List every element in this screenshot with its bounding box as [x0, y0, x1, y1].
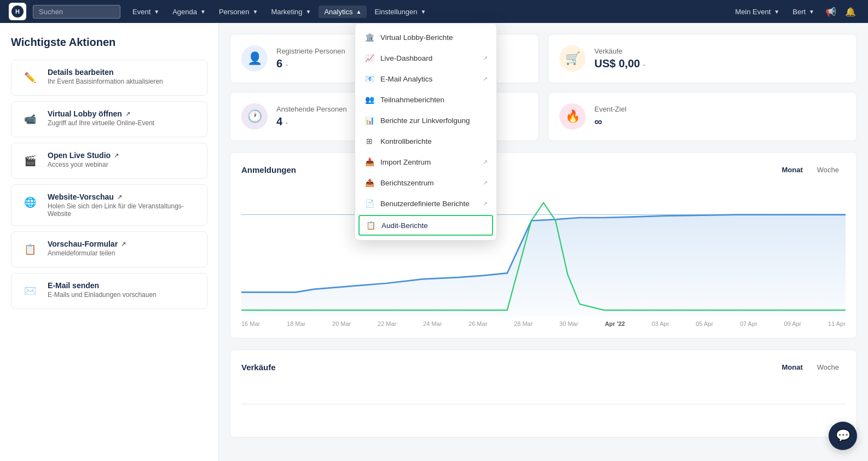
- nav-user-bert[interactable]: Bert ▼: [787, 5, 820, 18]
- x-label-apr22: Apr '22: [605, 320, 625, 327]
- dropdown-item-kontrollberichte[interactable]: ⊞ Kontrollberichte: [355, 131, 496, 151]
- action-open-live-studio[interactable]: 🎬 Open Live Studio ↗ Access your webinar: [11, 143, 207, 179]
- action-subtitle: Ihr Event Basisinformation aktualisieren: [48, 78, 163, 85]
- nav-marketing[interactable]: Marketing ▼: [265, 5, 316, 18]
- x-label-24mar: 24 Mar: [423, 320, 442, 327]
- stat-label: Verkäufe: [594, 47, 645, 55]
- people-icon: 👥: [364, 94, 375, 105]
- chat-button[interactable]: 💬: [829, 422, 857, 450]
- logo-icon: H: [11, 5, 24, 17]
- chevron-down-icon: ▼: [154, 9, 159, 15]
- dropdown-item-berichtszentrum[interactable]: 📤 Berichtszentrum ↗: [355, 172, 496, 193]
- x-axis-labels: 16 Mar 18 Mar 20 Mar 22 Mar 24 Mar 26 Ma…: [241, 316, 846, 327]
- nav-analytics[interactable]: Analytics ▲: [319, 5, 367, 18]
- notifications-bell-icon[interactable]: 🔔: [842, 3, 859, 20]
- dropdown-item-audit-berichte[interactable]: 📋 Audit-Berichte: [358, 215, 493, 236]
- stat-value: 4 -: [276, 115, 347, 128]
- globe-icon: 🌐: [20, 192, 40, 212]
- nav-event[interactable]: Event ▼: [127, 5, 165, 18]
- dropdown-item-virtual-lobby-berichte[interactable]: 🏛️ Virtual Lobby-Berichte: [355, 27, 496, 48]
- x-label-18mar: 18 Mar: [287, 320, 305, 327]
- stat-label: Event-Ziel: [594, 105, 627, 113]
- action-website-vorschau[interactable]: 🌐 Website-Vorschau ↗ Holen Sie sich den …: [11, 184, 207, 226]
- chevron-up-icon: ▲: [356, 9, 361, 15]
- x-label-22mar: 22 Mar: [378, 320, 396, 327]
- nav-mein-event[interactable]: Mein Event ▼: [730, 5, 785, 18]
- action-vorschau-formular[interactable]: 📋 Vorschau-Formular ↗ Anmeldeformular te…: [11, 231, 207, 267]
- external-link-icon: ↗: [483, 55, 488, 62]
- x-label-11apr: 11 Apr: [828, 320, 846, 327]
- nav-right-section: Mein Event ▼ Bert ▼ 📢 🔔: [730, 3, 859, 20]
- email-icon: ✉️: [20, 281, 40, 301]
- nav-agenda[interactable]: Agenda ▼: [167, 5, 211, 18]
- x-label-07apr: 07 Apr: [740, 320, 757, 327]
- notifications-megaphone-icon[interactable]: 📢: [822, 3, 840, 20]
- stat-info: Verkäufe US$ 0,00 -: [594, 47, 645, 70]
- stat-info: Anstehende Personen 4 -: [276, 105, 347, 128]
- verkaufe-toggle-woche-btn[interactable]: Woche: [811, 361, 846, 374]
- verkaufe-toggle-monat-btn[interactable]: Monat: [775, 361, 809, 374]
- external-link-icon: ↗: [121, 241, 126, 248]
- action-details-bearbeiten[interactable]: ✏️ Details bearbeiten Ihr Event Basisinf…: [11, 60, 207, 96]
- cart-icon: 🛒: [559, 45, 586, 72]
- search-input[interactable]: [33, 5, 120, 19]
- action-subtitle: Holen Sie sich den Link für die Veransta…: [48, 202, 198, 218]
- chevron-down-icon: ▼: [420, 9, 426, 15]
- top-navigation: H Event ▼ Agenda ▼ Personen ▼ Marketing …: [0, 0, 868, 23]
- action-virtual-lobby[interactable]: 📹 Virtual Lobby öffnen ↗ Zugriff auf Ihr…: [11, 101, 207, 137]
- dropdown-item-linkverfolgung[interactable]: 📊 Berichte zur Linkverfolgung: [355, 110, 496, 131]
- x-label-03apr: 03 Apr: [652, 320, 669, 327]
- custom-report-icon: 📄: [364, 198, 375, 209]
- x-label-09apr: 09 Apr: [784, 320, 801, 327]
- stat-value: US$ 0,00 -: [594, 57, 645, 70]
- x-label-16mar: 16 Mar: [241, 320, 260, 327]
- nav-personen[interactable]: Personen ▼: [213, 5, 264, 18]
- sidebar-title: Wichtigste Aktionen: [11, 36, 207, 49]
- chart-toggle: Monat Woche: [775, 164, 846, 176]
- dropdown-item-import-zentrum[interactable]: 📥 Import Zentrum ↗: [355, 151, 496, 172]
- verkaufe-chart-area: [241, 382, 846, 426]
- external-link-icon: ↗: [117, 194, 122, 201]
- action-title: E-Mail senden: [48, 281, 157, 290]
- dropdown-item-live-dashboard[interactable]: 📈 Live-Dashboard ↗: [355, 48, 496, 68]
- action-subtitle: E-Mails und Einladungen vorschauen: [48, 291, 157, 299]
- action-title: Details bearbeiten: [48, 68, 163, 77]
- action-title: Website-Vorschau ↗: [48, 192, 198, 201]
- chevron-down-icon: ▼: [809, 9, 814, 15]
- toggle-monat-btn[interactable]: Monat: [775, 164, 809, 176]
- blue-area: [241, 215, 846, 316]
- external-link-icon: ↗: [483, 179, 488, 186]
- chart-line-icon: 📈: [364, 52, 375, 63]
- action-text: Website-Vorschau ↗ Holen Sie sich den Li…: [48, 192, 198, 218]
- toggle-woche-btn[interactable]: Woche: [811, 164, 846, 176]
- external-link-icon: ↗: [483, 75, 488, 83]
- stat-value: ∞: [594, 115, 627, 128]
- stat-info: Registrierte Personen 6 -: [276, 47, 345, 70]
- nav-einstellungen[interactable]: Einstellungen ▼: [369, 5, 431, 18]
- action-list: ✏️ Details bearbeiten Ihr Event Basisinf…: [11, 60, 207, 309]
- dropdown-item-email-analytics[interactable]: 📧 E-Mail Analytics ↗: [355, 68, 496, 89]
- action-title: Open Live Studio ↗: [48, 151, 119, 160]
- building-icon: 🏛️: [364, 32, 375, 43]
- sidebar: Wichtigste Aktionen ✏️ Details bearbeite…: [0, 23, 219, 461]
- action-email-senden[interactable]: ✉️ E-Mail senden E-Mails und Einladungen…: [11, 273, 207, 309]
- audit-icon: 📋: [365, 220, 376, 231]
- control-icon: ⊞: [364, 136, 375, 147]
- dropdown-item-teilnahmeberichten[interactable]: 👥 Teilnahmeberichten: [355, 89, 496, 110]
- external-link-icon: ↗: [483, 159, 488, 166]
- import-icon: 📥: [364, 156, 375, 167]
- x-label-30mar: 30 Mar: [559, 320, 578, 327]
- chevron-down-icon: ▼: [306, 9, 311, 15]
- analytics-dropdown-menu: 🏛️ Virtual Lobby-Berichte 📈 Live-Dashboa…: [355, 23, 497, 241]
- action-text: Vorschau-Formular ↗ Anmeldeformular teil…: [48, 240, 126, 257]
- action-subtitle: Anmeldeformular teilen: [48, 249, 126, 257]
- action-title: Virtual Lobby öffnen ↗: [48, 109, 154, 118]
- stat-label: Registrierte Personen: [276, 47, 345, 55]
- anmeldungen-chart-area: [241, 185, 846, 316]
- verkaufe-chart-title: Verkäufe: [241, 363, 276, 372]
- verkaufe-chart-section: Verkäufe Monat Woche: [230, 349, 857, 437]
- stat-card-event-ziel: 🔥 Event-Ziel ∞: [548, 92, 857, 141]
- dropdown-item-benutzerdefinierte-berichte[interactable]: 📄 Benutzerdefinierte Berichte ↗: [355, 193, 496, 214]
- x-label-20mar: 20 Mar: [332, 320, 351, 327]
- app-logo[interactable]: H: [9, 3, 26, 20]
